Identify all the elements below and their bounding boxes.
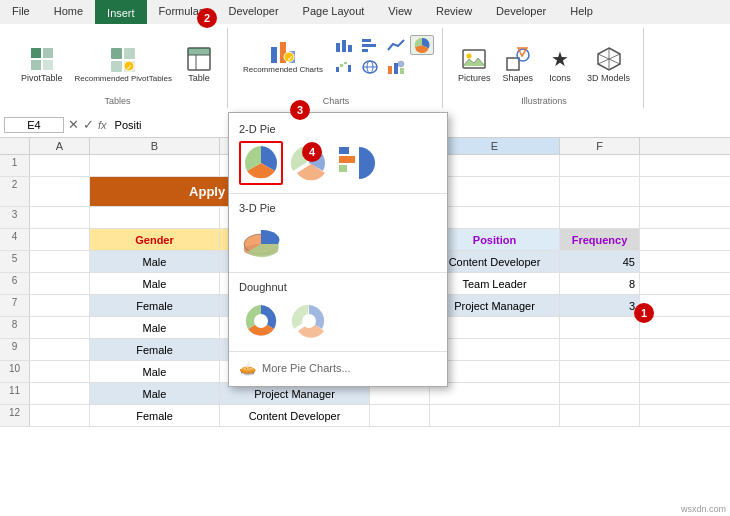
cell-f11[interactable]: [560, 383, 640, 404]
tab-insert[interactable]: Insert: [95, 0, 147, 24]
svg-rect-46: [339, 156, 355, 163]
doughnut-button[interactable]: [239, 299, 283, 343]
cell-b8[interactable]: Male: [90, 317, 220, 338]
cell-a5[interactable]: [30, 251, 90, 272]
cell-f3[interactable]: [560, 207, 640, 228]
cell-f10[interactable]: [560, 361, 640, 382]
dropdown-divider-3: [229, 351, 447, 352]
col-header-a[interactable]: A: [30, 138, 90, 154]
cell-f7[interactable]: 3: [560, 295, 640, 316]
pictures-button[interactable]: Pictures: [453, 42, 496, 86]
tab-home[interactable]: Home: [42, 0, 95, 24]
cell-b12[interactable]: Female: [90, 405, 220, 426]
cell-f12[interactable]: [560, 405, 640, 426]
cell-b5[interactable]: Male: [90, 251, 220, 272]
cell-f2[interactable]: [560, 177, 640, 206]
cell-f1[interactable]: [560, 155, 640, 176]
recommended-pivottables-button[interactable]: ✓ Recommended PivotTables: [70, 43, 177, 86]
tab-review[interactable]: Review: [424, 0, 484, 24]
recommended-charts-button[interactable]: ✓ Recommended Charts: [238, 34, 328, 77]
cell-b6[interactable]: Male: [90, 273, 220, 294]
cell-a6[interactable]: [30, 273, 90, 294]
doughnut-exploded-button[interactable]: [287, 299, 331, 343]
cell-a8[interactable]: [30, 317, 90, 338]
tab-page-layout[interactable]: Page Layout: [291, 0, 377, 24]
svg-rect-6: [111, 61, 122, 72]
bar-chart-button[interactable]: [358, 35, 382, 55]
cell-a12[interactable]: [30, 405, 90, 426]
cell-c12[interactable]: Content Developer: [220, 405, 370, 426]
name-box[interactable]: [4, 117, 64, 133]
cell-e8[interactable]: [430, 317, 560, 338]
tab-developer2[interactable]: Developer: [484, 0, 558, 24]
cell-b3[interactable]: [90, 207, 220, 228]
cell-e1[interactable]: [430, 155, 560, 176]
pivot-table-button[interactable]: PivotTable: [16, 42, 68, 86]
column-chart-button[interactable]: [332, 35, 356, 55]
table-row: 12 Female Content Developer: [0, 405, 730, 427]
cell-a7[interactable]: [30, 295, 90, 316]
svg-rect-33: [394, 63, 398, 74]
cell-a3[interactable]: [30, 207, 90, 228]
pie-3d-button[interactable]: [239, 220, 283, 264]
pie-2d-filled-button[interactable]: [239, 141, 283, 185]
confirm-formula-icon[interactable]: ✓: [83, 117, 94, 132]
cell-e5[interactable]: Content Developer: [430, 251, 560, 272]
tab-developer[interactable]: Developer: [216, 0, 290, 24]
cell-a4[interactable]: [30, 229, 90, 250]
cell-a1[interactable]: [30, 155, 90, 176]
cell-b1[interactable]: [90, 155, 220, 176]
more-pie-charts-button[interactable]: 🥧 More Pie Charts...: [229, 356, 447, 380]
table-button[interactable]: Table: [179, 42, 219, 86]
cell-b10[interactable]: Male: [90, 361, 220, 382]
pivot-chart-button[interactable]: [384, 57, 408, 77]
col-header-b[interactable]: B: [90, 138, 220, 154]
cell-d12[interactable]: [370, 405, 430, 426]
cell-e4-position[interactable]: Position: [430, 229, 560, 250]
cell-e11[interactable]: [430, 383, 560, 404]
line-chart-button[interactable]: [384, 35, 408, 55]
cell-e10[interactable]: [430, 361, 560, 382]
3d-models-icon: [595, 45, 623, 73]
tab-help[interactable]: Help: [558, 0, 605, 24]
cell-f5[interactable]: 45: [560, 251, 640, 272]
cell-a10[interactable]: [30, 361, 90, 382]
2d-pie-items: [229, 137, 447, 189]
svg-rect-19: [336, 43, 340, 52]
row-num-1: 1: [0, 155, 30, 176]
illustrations-group-label: Illustrations: [521, 94, 567, 106]
cell-e2[interactable]: [430, 177, 560, 206]
maps-button[interactable]: [358, 57, 382, 77]
icons-button[interactable]: ★ Icons: [540, 42, 580, 86]
row-num-10: 10: [0, 361, 30, 382]
pie-chart-button[interactable]: [410, 35, 434, 55]
cell-a9[interactable]: [30, 339, 90, 360]
tab-file[interactable]: File: [0, 0, 42, 24]
cell-e7[interactable]: Project Manager: [430, 295, 560, 316]
shapes-button[interactable]: Shapes: [497, 42, 538, 86]
pie-2d-bar-button[interactable]: [335, 141, 379, 185]
cell-b11[interactable]: Male: [90, 383, 220, 404]
cell-a2[interactable]: [30, 177, 90, 206]
cell-f6[interactable]: 8: [560, 273, 640, 294]
waterfall-button[interactable]: [332, 57, 356, 77]
cell-b4-gender[interactable]: Gender: [90, 229, 220, 250]
cell-f9[interactable]: [560, 339, 640, 360]
cell-b9[interactable]: Female: [90, 339, 220, 360]
3d-models-label: 3D Models: [587, 73, 630, 83]
cell-e9[interactable]: [430, 339, 560, 360]
cell-e6[interactable]: Team Leader: [430, 273, 560, 294]
cell-b7[interactable]: Female: [90, 295, 220, 316]
tab-view[interactable]: View: [376, 0, 424, 24]
cell-a11[interactable]: [30, 383, 90, 404]
3d-models-button[interactable]: 3D Models: [582, 42, 635, 86]
col-header-e[interactable]: E: [430, 138, 560, 154]
svg-rect-22: [362, 39, 371, 42]
col-header-f[interactable]: F: [560, 138, 640, 154]
cell-f4-frequency[interactable]: Frequency: [560, 229, 640, 250]
cell-e3[interactable]: [430, 207, 560, 228]
cell-f8[interactable]: [560, 317, 640, 338]
cell-e12[interactable]: [430, 405, 560, 426]
ribbon-group-illustrations: Pictures Shapes ★ Icons 3D Models Illust…: [445, 28, 644, 108]
cancel-formula-icon[interactable]: ✕: [68, 117, 79, 132]
